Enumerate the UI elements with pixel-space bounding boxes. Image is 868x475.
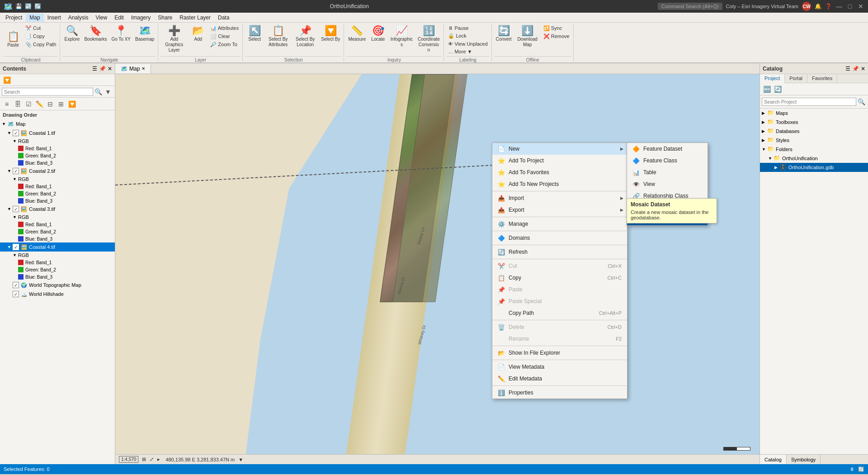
copy-button[interactable]: 📑 Copy <box>24 33 58 40</box>
unit-select[interactable]: ▼ <box>238 457 243 462</box>
menu-imagery[interactable]: Imagery <box>127 14 154 22</box>
catalog-bottom-tab-catalog[interactable]: Catalog <box>760 455 787 464</box>
layer-green2[interactable]: Green: Band_2 <box>0 190 115 197</box>
contents-pin-icon[interactable]: 📌 <box>99 66 106 72</box>
layer-world-topo[interactable]: ▶ 🌍 World Topographic Map <box>0 280 115 290</box>
measure-button[interactable]: 📏 Measure <box>346 24 368 55</box>
download-map-button[interactable]: ⬇️ Download Map <box>514 24 541 55</box>
catalog-folders[interactable]: ▼ Folders <box>760 145 868 154</box>
ctx-add-to-project[interactable]: ⭐ Add To Project <box>492 155 627 166</box>
menu-insert[interactable]: Insert <box>44 14 65 22</box>
catalog-tab-favorites[interactable]: Favorites <box>807 74 837 83</box>
map-nav-icons[interactable]: ⊞ <box>142 456 146 462</box>
basemap-button[interactable]: 🗺️ Basemap <box>133 24 156 55</box>
map-extent-icons[interactable]: ⤢ <box>150 456 154 462</box>
clear-button[interactable]: ⬜ Clear <box>208 33 241 40</box>
paste-button[interactable]: 📋 Paste <box>4 24 23 55</box>
coordinate-conversion-button[interactable]: 🔢 Coordinate Conversion <box>415 24 442 55</box>
menu-data[interactable]: Data <box>214 14 233 22</box>
contents-close-icon[interactable]: ✕ <box>108 66 112 72</box>
search-bar[interactable]: Command Search (Alt+Q) <box>658 3 722 10</box>
copy-path-button[interactable]: 📎 Copy Path <box>24 41 58 48</box>
add-data-button[interactable]: 📂 Add <box>189 24 208 55</box>
maximize-button[interactable]: □ <box>846 3 854 10</box>
catalog-databases[interactable]: ▶ Databases <box>760 127 868 136</box>
ctx-copy-path[interactable]: Copy Path Ctrl+Alt+P <box>492 307 627 319</box>
catalog-bottom-tab-symbology[interactable]: Symbology <box>787 455 821 464</box>
locate-button[interactable]: 🎯 Locate <box>368 24 387 55</box>
catalog-toolboxes[interactable]: ▶ Toolboxes <box>760 118 868 127</box>
catalog-refresh-icon[interactable]: 🔄 <box>773 84 783 94</box>
layer-coastal1[interactable]: ▼ 🖼️ Coastal 1.tif <box>0 128 115 138</box>
menu-raster-layer[interactable]: Raster Layer <box>176 14 214 22</box>
catalog-styles[interactable]: ▶ Styles <box>760 136 868 145</box>
quick-access-undo[interactable]: ↩️ <box>25 3 32 10</box>
select-by-attributes-button[interactable]: 📋 Select By Attributes <box>265 24 291 55</box>
more-button[interactable]: … More ▼ <box>446 48 489 55</box>
menu-view[interactable]: View <box>92 14 111 22</box>
layer-rgb1[interactable]: ▼ RGB <box>0 138 115 145</box>
ctx-copy[interactable]: 📋 Copy Ctrl+C <box>492 272 627 284</box>
ctx-view-metadata[interactable]: 📄 View Metadata <box>492 361 627 373</box>
ctx-cut[interactable]: ✂️ Cut Ctrl+X <box>492 260 627 272</box>
ctx-import[interactable]: 📥 Import <box>492 192 627 204</box>
ctx-manage[interactable]: ⚙️ Manage <box>492 218 627 230</box>
collapse-all-icon[interactable]: ⊟ <box>45 99 55 109</box>
ctx-properties[interactable]: ℹ️ Properties <box>492 387 627 399</box>
add-preset-icon[interactable]: ✏️ <box>34 99 44 109</box>
select-by-location-button[interactable]: 📌 Select By Location <box>292 24 318 55</box>
ctx-add-to-new-projects[interactable]: ⭐ Add To New Projects <box>492 178 627 190</box>
map-canvas[interactable]: Tolstoy Ln Marina Dr Whitney Dr <box>115 74 760 454</box>
ctx-rename[interactable]: Rename F2 <box>492 333 627 345</box>
layer-rgb3[interactable]: ▼ RGB <box>0 214 115 221</box>
layer-red4[interactable]: Red: Band_1 <box>0 259 115 266</box>
map-tab-close[interactable]: ✕ <box>142 66 145 71</box>
coastal1-checkbox[interactable] <box>13 130 19 136</box>
list-by-selection-icon[interactable]: ☑ <box>24 99 33 109</box>
bookmarks-button[interactable]: 🔖 Bookmarks <box>82 24 108 55</box>
menu-edit[interactable]: Edit <box>111 14 127 22</box>
ctx-add-to-favorites[interactable]: ⭐ Add To Favorites <box>492 166 627 178</box>
ctx-delete[interactable]: 🗑️ Delete Ctrl+D <box>492 321 627 333</box>
ctx-paste-special[interactable]: 📌 Paste Special <box>492 295 627 307</box>
coastal2-checkbox[interactable] <box>13 168 19 174</box>
ctx-edit-metadata[interactable]: ✏️ Edit Metadata <box>492 373 627 385</box>
sub-table[interactable]: 📊 Table <box>627 166 708 178</box>
catalog-menu-icon[interactable]: ☰ <box>845 66 850 72</box>
world-hill-checkbox[interactable] <box>13 291 19 297</box>
menu-map[interactable]: Map <box>26 14 43 22</box>
ctx-refresh[interactable]: 🔄 Refresh <box>492 246 627 258</box>
convert-button[interactable]: 🔄 Convert <box>494 24 514 55</box>
catalog-ortho[interactable]: ▼ OrthoUnification <box>760 154 868 163</box>
catalog-close-icon[interactable]: ✕ <box>861 66 865 72</box>
contents-search-options-icon[interactable]: ▼ <box>103 87 113 97</box>
menu-analysis[interactable]: Analysis <box>65 14 92 22</box>
quick-access-save[interactable]: 💾 <box>15 3 22 10</box>
layer-map[interactable]: ▼ 🗺️ Map <box>0 119 115 128</box>
layer-coastal3[interactable]: ▼ 🖼️ Coastal 3.tif <box>0 204 115 214</box>
menu-project[interactable]: Project <box>2 14 26 22</box>
layer-red2[interactable]: Red: Band_1 <box>0 183 115 190</box>
filter-contents-icon[interactable]: 🔽 <box>67 99 77 109</box>
contents-search-icon[interactable]: 🔍 <box>93 87 103 97</box>
explore-button[interactable]: 🔍 Explore <box>62 24 81 55</box>
list-by-drawing-order-icon[interactable]: ≡ <box>2 99 12 109</box>
select-by-button[interactable]: 🔽 Select By <box>319 24 342 55</box>
ctx-show-file-explorer[interactable]: 📂 Show In File Explorer <box>492 347 627 359</box>
sub-feature-class[interactable]: 🔷 Feature Class <box>627 155 708 166</box>
ctx-export[interactable]: 📤 Export <box>492 204 627 216</box>
catalog-tab-project[interactable]: Project <box>760 74 785 83</box>
layer-rgb2[interactable]: ▼ RGB <box>0 176 115 183</box>
map-tab[interactable]: 🗺️ Map ✕ <box>115 64 151 73</box>
layer-green1[interactable]: Green: Band_2 <box>0 152 115 159</box>
cut-button[interactable]: ✂️ Cut <box>24 24 58 32</box>
layer-blue2[interactable]: Blue: Band_3 <box>0 197 115 204</box>
add-graphics-layer-button[interactable]: ➕ Add Graphics Layer <box>160 24 188 55</box>
quick-access-redo[interactable]: ↪️ <box>34 3 41 10</box>
catalog-search-input[interactable] <box>762 98 856 106</box>
layer-blue1[interactable]: Blue: Band_3 <box>0 159 115 166</box>
lock-button[interactable]: 🔒 Lock <box>446 32 489 40</box>
expand-all-icon[interactable]: ⊞ <box>56 99 66 109</box>
layer-blue3[interactable]: Blue: Band_3 <box>0 235 115 242</box>
notification-icon[interactable]: 🔔 <box>815 3 821 10</box>
